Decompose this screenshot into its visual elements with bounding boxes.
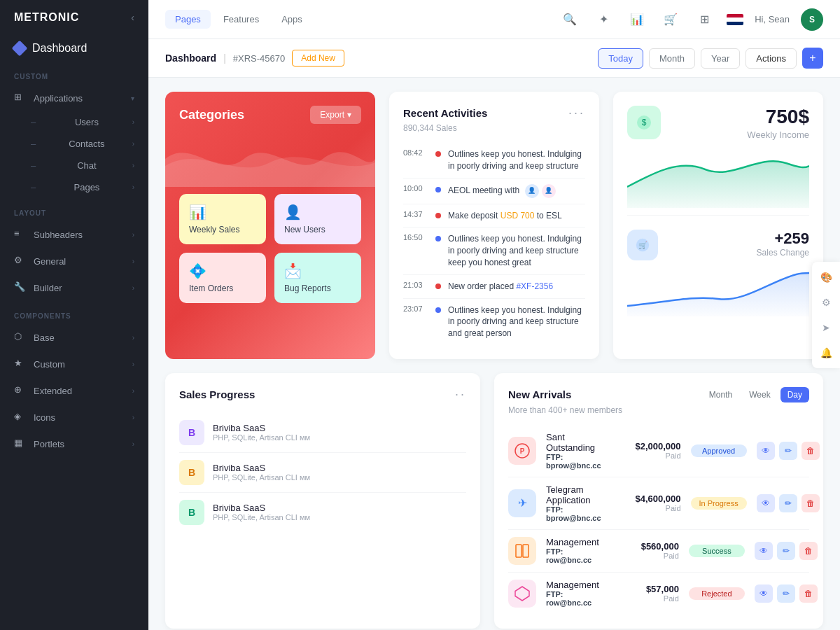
period-today-button[interactable]: Today: [598, 48, 643, 69]
new-arrivals-period-group: Month Week Day: [702, 387, 809, 402]
sidebar-item-extended[interactable]: ⊕Extended ›: [0, 377, 148, 404]
activity-text: Outlines keep you honest. Indulging in p…: [448, 148, 585, 172]
sidebar-item-applications[interactable]: ⊞ Applications ▾: [0, 85, 148, 111]
svg-rect-7: [516, 545, 522, 557]
cat-item-weekly-sales[interactable]: 📊 Weekly Sales: [179, 194, 266, 244]
actions-button[interactable]: Actions: [746, 48, 797, 69]
send-icon[interactable]: ➤: [816, 318, 836, 337]
sidebar-logo: METRONIC ‹: [0, 0, 148, 35]
sales-progress-card: Sales Progress ·· B Briviba SaaS PHP, SQ…: [165, 373, 480, 629]
na-row: Management FTP: row@bnc.cc $560,000 Paid…: [508, 530, 809, 573]
na-ftp: FTP: row@bnc.cc: [546, 590, 599, 607]
subheaders-icon: ≡: [14, 228, 27, 241]
sidebar-item-contacts[interactable]: –Contacts ›: [0, 133, 148, 155]
na-amount: $560,000 Paid: [609, 541, 679, 560]
sidebar-item-base[interactable]: ⬡Base ›: [0, 324, 148, 351]
activity-time: 21:03: [403, 281, 428, 289]
tab-apps[interactable]: Apps: [272, 10, 312, 29]
sp-name: Briviba SaaS: [213, 423, 466, 433]
activity-text: AEOL meeting with 👤 👤: [448, 184, 585, 198]
share-icon[interactable]: ✦: [592, 8, 615, 31]
cat-item-item-orders[interactable]: 💠 Item Orders: [179, 253, 266, 303]
sidebar-item-custom[interactable]: ★Custom ›: [0, 351, 148, 377]
income-amount: 750$: [747, 106, 809, 128]
activity-highlight: USD 700: [500, 211, 535, 220]
na-actions: 👁 ✏ 🗑: [757, 494, 820, 512]
na-period-day[interactable]: Day: [780, 387, 809, 402]
add-new-button[interactable]: Add New: [292, 50, 344, 66]
chart-icon[interactable]: 📊: [626, 8, 648, 31]
activity-dot-blue: [435, 187, 441, 192]
na-paid: Paid: [609, 552, 679, 560]
user-avatar[interactable]: S: [801, 8, 823, 31]
cat-item-orders-label: Item Orders: [189, 284, 256, 293]
dashboard-icon: [12, 41, 28, 57]
edit-button[interactable]: ✏: [777, 584, 795, 603]
activity-text: Make deposit USD 700 to ESL: [448, 210, 585, 222]
search-icon[interactable]: 🔍: [559, 8, 581, 31]
sidebar-item-subheaders[interactable]: ≡Subheaders ›: [0, 221, 148, 248]
activities-menu-icon[interactable]: ···: [568, 106, 585, 120]
sp-desc: PHP, SQLite, Artisan CLI мм: [213, 513, 466, 522]
view-button[interactable]: 👁: [757, 442, 775, 460]
na-actions: 👁 ✏ 🗑: [755, 542, 818, 560]
view-button[interactable]: 👁: [755, 584, 773, 603]
color-palette-icon[interactable]: 🎨: [816, 267, 836, 287]
tab-pages[interactable]: Pages: [165, 10, 211, 29]
new-arrivals-card: New Arrivals Month Week Day More than 40…: [494, 373, 823, 629]
sidebar-item-chat[interactable]: –Chat ›: [0, 155, 148, 176]
activity-item: 10:00 AEOL meeting with 👤 👤: [403, 178, 585, 204]
edit-button[interactable]: ✏: [777, 542, 795, 560]
sidebar-collapse-icon[interactable]: ‹: [131, 12, 134, 23]
sales-progress-menu[interactable]: ··: [455, 387, 466, 402]
activity-text: Outlines keep you honest. Indulging in p…: [448, 233, 585, 268]
grid-icon[interactable]: ⊞: [693, 8, 715, 31]
na-price: $4,600,000: [611, 493, 681, 504]
cat-item-new-users[interactable]: 👤 New Users: [274, 194, 361, 244]
tab-features[interactable]: Features: [214, 10, 269, 29]
cat-new-users-label: New Users: [284, 225, 351, 234]
sidebar-item-general[interactable]: ⚙General ›: [0, 248, 148, 274]
sidebar-item-portlets[interactable]: ▦Portlets ›: [0, 430, 148, 457]
sp-item: B Briviba SaaS PHP, SQLite, Artisan CLI …: [179, 453, 466, 493]
notification-icon[interactable]: 🔔: [816, 343, 836, 363]
activity-text: New order placed #XF-2356: [448, 281, 585, 293]
content-area: Categories Export ▾ 📊 Weekly Sales: [148, 78, 840, 630]
delete-button[interactable]: 🗑: [799, 584, 818, 603]
cat-bug-reports-label: Bug Reports: [284, 284, 351, 293]
na-period-week[interactable]: Week: [742, 387, 777, 402]
delete-button[interactable]: 🗑: [802, 494, 820, 512]
sidebar-item-dashboard[interactable]: Dashboard: [0, 35, 148, 62]
view-button[interactable]: 👁: [755, 542, 773, 560]
portlets-icon: ▦: [14, 438, 27, 450]
sidebar-item-pages[interactable]: –Pages ›: [0, 176, 148, 198]
new-arrivals-header: New Arrivals Month Week Day: [508, 387, 809, 402]
categories-title: Categories: [179, 108, 244, 122]
categories-card: Categories Export ▾ 📊 Weekly Sales: [165, 92, 375, 359]
export-button[interactable]: Export ▾: [310, 106, 361, 124]
sp-item: B Briviba SaaS PHP, SQLite, Artisan CLI …: [179, 493, 466, 532]
delete-button[interactable]: 🗑: [802, 442, 820, 460]
sidebar-item-builder[interactable]: 🔧Builder ›: [0, 274, 148, 301]
cat-item-bug-reports[interactable]: 📩 Bug Reports: [274, 253, 361, 303]
settings-icon[interactable]: ⚙: [816, 293, 836, 312]
edit-button[interactable]: ✏: [779, 494, 797, 512]
sidebar-item-users[interactable]: –Users ›: [0, 111, 148, 133]
period-month-button[interactable]: Month: [649, 48, 695, 69]
avatar: 👤: [542, 184, 556, 198]
period-year-button[interactable]: Year: [701, 48, 740, 69]
sp-desc: PHP, SQLite, Artisan CLI мм: [213, 433, 466, 442]
sales-progress-title: Sales Progress: [179, 388, 255, 400]
na-period-month[interactable]: Month: [702, 387, 739, 402]
activity-dot-red: [435, 151, 441, 157]
delete-button[interactable]: 🗑: [799, 542, 818, 560]
view-button[interactable]: 👁: [757, 494, 775, 512]
na-ftp: FTP: bprow@bnc.cc: [546, 453, 601, 470]
sp-item: B Briviba SaaS PHP, SQLite, Artisan CLI …: [179, 413, 466, 453]
na-row: ✈ Telegram Application FTP: bprow@bnc.cc…: [508, 477, 809, 530]
add-button[interactable]: +: [802, 48, 823, 69]
sidebar-item-icons[interactable]: ◈Icons ›: [0, 404, 148, 430]
edit-button[interactable]: ✏: [779, 442, 797, 460]
activity-item: 21:03 New order placed #XF-2356: [403, 275, 585, 299]
cart-icon[interactable]: 🛒: [659, 8, 682, 31]
